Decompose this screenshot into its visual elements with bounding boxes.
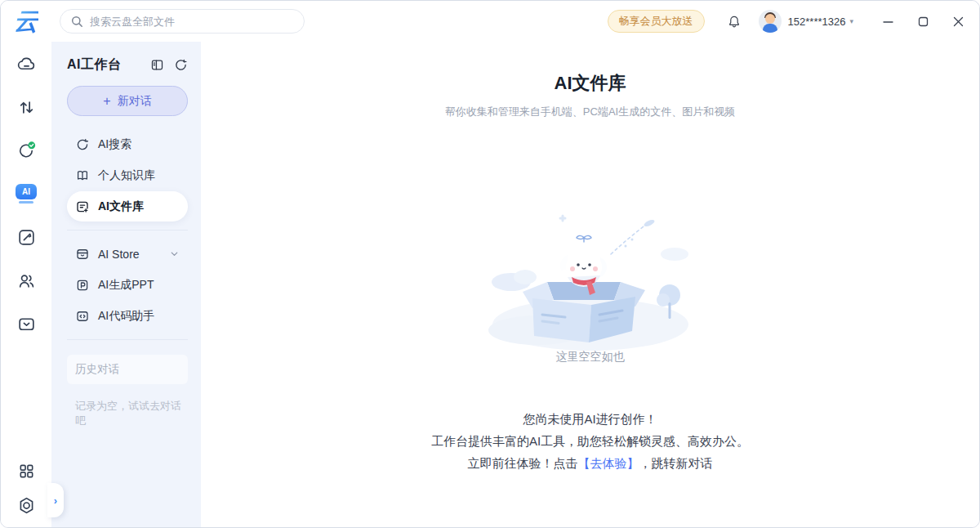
go-experience-link[interactable]: 【去体验】 — [578, 456, 639, 470]
sidebar-header: AI工作台 — [67, 56, 188, 74]
ai-file-library-icon — [75, 199, 90, 214]
chevron-down-icon[interactable]: ▾ — [849, 17, 853, 25]
divider — [67, 339, 188, 340]
avatar-face — [765, 14, 775, 24]
cta-line-1: 您尚未使用AI进行创作！ — [201, 408, 979, 430]
sidebar-item-ai-search[interactable]: AI搜索 — [67, 129, 188, 159]
new-chat-button[interactable]: + 新对话 — [67, 86, 188, 116]
store-icon — [75, 247, 90, 262]
app-body: AI AI工作台 — [1, 42, 979, 527]
notes-edit-icon[interactable] — [16, 226, 37, 248]
app-window: 云 畅享会员大放送 152****1326 ▾ — [0, 0, 980, 528]
cta-line-2: 工作台提供丰富的AI工具，助您轻松解锁灵感、高效办公。 — [201, 430, 979, 452]
minimize-button[interactable] — [881, 15, 894, 28]
ppt-icon — [75, 278, 90, 293]
sidebar-item-label: AI生成PPT — [98, 278, 154, 293]
search-icon — [71, 16, 83, 28]
app-logo[interactable]: 云 — [1, 9, 51, 34]
empty-state-text: 这里空空如也 — [201, 350, 979, 365]
close-button[interactable] — [951, 15, 964, 28]
sidebar-header-icons — [150, 58, 188, 72]
cta-line-3-prefix: 立即前往体验！点击 — [468, 456, 578, 470]
cta-line-3-suffix: ，跳转新对话 — [639, 456, 713, 470]
sidebar-item-label: AI代码助手 — [98, 309, 154, 324]
ai-active-underline — [19, 201, 33, 204]
collapse-panel-icon[interactable] — [150, 58, 164, 72]
search-input[interactable] — [90, 16, 293, 28]
username-text[interactable]: 152****1326 — [788, 16, 846, 28]
window-controls — [881, 15, 964, 28]
history-empty-hint: 记录为空，试试去对话吧 — [67, 399, 188, 428]
open-book-icon — [75, 168, 90, 183]
sidebar-item-knowledge-base[interactable]: 个人知识库 — [67, 160, 188, 190]
sidebar-item-label: AI搜索 — [98, 137, 131, 152]
avatar-shirt — [763, 24, 777, 33]
transfer-list-icon[interactable] — [16, 96, 37, 118]
topbar-right: 畅享会员大放送 152****1326 ▾ — [608, 10, 979, 33]
sidebar-item-ai-code[interactable]: AI代码助手 — [67, 301, 188, 331]
notification-bell-icon[interactable] — [728, 15, 741, 28]
cloud-logo-icon: 云 — [14, 9, 38, 34]
new-chat-label: 新对话 — [118, 94, 152, 109]
search-bar[interactable] — [60, 9, 305, 34]
ai-workspace-sidebar: AI工作台 + 新对话 — [51, 42, 201, 527]
ai-workspace-icon[interactable]: AI — [16, 183, 37, 204]
history-section-label: 历史对话 — [67, 355, 188, 384]
member-promo-badge[interactable]: 畅享会员大放送 — [608, 10, 705, 33]
maximize-button[interactable] — [916, 15, 929, 28]
sidebar-item-ai-store[interactable]: AI Store — [67, 239, 188, 269]
ai-search-icon — [75, 137, 90, 152]
sidebar-item-label: AI文件库 — [98, 199, 144, 214]
cloud-drive-icon[interactable] — [16, 53, 37, 74]
sidebar-item-ai-ppt[interactable]: AI生成PPT — [67, 270, 188, 300]
main-content: AI文件库 帮你收集和管理来自手机端、PC端AI生成的文件、图片和视频 — [201, 42, 979, 527]
mailbox-icon[interactable] — [16, 313, 37, 334]
sidebar-item-ai-file-library[interactable]: AI文件库 — [67, 191, 188, 221]
chevron-down-icon[interactable] — [169, 248, 180, 259]
empty-state-illustration — [201, 204, 979, 355]
sidebar-expand-handle[interactable]: › — [47, 483, 64, 517]
code-assistant-icon — [75, 309, 90, 324]
chevron-right-icon: › — [54, 494, 57, 507]
plus-icon: + — [103, 95, 110, 108]
sidebar-item-label: 个人知识库 — [98, 168, 155, 183]
sync-backup-icon[interactable] — [16, 140, 37, 161]
refresh-icon[interactable] — [174, 58, 188, 72]
divider — [67, 230, 188, 230]
top-bar: 云 畅享会员大放送 152****1326 ▾ — [1, 1, 979, 42]
settings-icon[interactable] — [16, 494, 37, 516]
user-avatar[interactable] — [759, 10, 782, 33]
shared-groups-icon[interactable] — [16, 270, 37, 291]
page-title: AI文件库 — [201, 71, 979, 96]
sidebar-nav: AI搜索 个人知识库 AI文件库 — [67, 129, 188, 340]
page-subtitle: 帮你收集和管理来自手机端、PC端AI生成的文件、图片和视频 — [201, 105, 979, 119]
left-nav-rail: AI — [1, 42, 51, 527]
cta-line-3: 立即前往体验！点击【去体验】，跳转新对话 — [201, 452, 979, 474]
sidebar-item-label: AI Store — [98, 248, 140, 261]
sidebar-title: AI工作台 — [67, 56, 122, 74]
rail-bottom-group — [16, 460, 37, 516]
apps-grid-icon[interactable] — [16, 460, 37, 481]
cta-block: 您尚未使用AI进行创作！ 工作台提供丰富的AI工具，助您轻松解锁灵感、高效办公。… — [201, 408, 979, 474]
